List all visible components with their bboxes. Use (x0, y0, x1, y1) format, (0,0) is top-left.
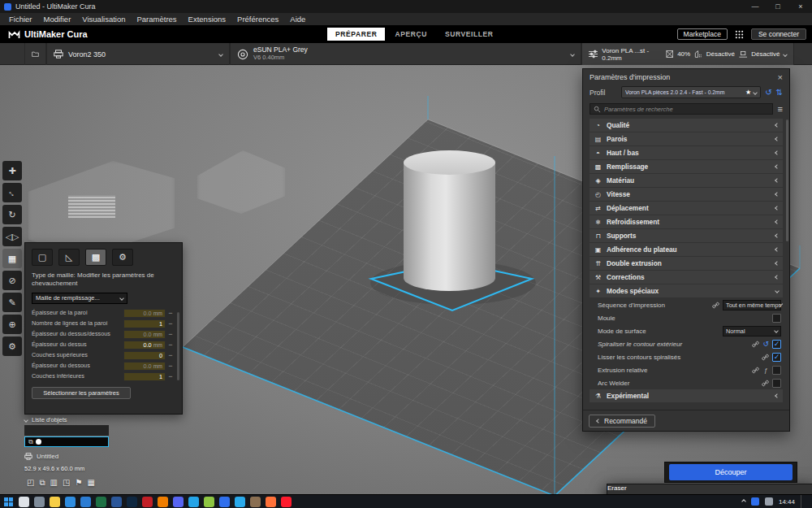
dont-support-overlaps-mesh-button[interactable]: ⚙ (112, 249, 133, 266)
settings-category-vitesse[interactable]: ◴Vitesse (590, 188, 783, 201)
print-settings-summary[interactable]: Voron PLA ...st - 0.2mm 40% Désactivé Dé… (581, 43, 794, 65)
settings-search-input[interactable]: Paramètres de recherche (590, 103, 773, 115)
mesh-tools[interactable]: ⚙ (2, 336, 22, 356)
menu-aide[interactable]: Aide (284, 15, 311, 24)
active-printer-row[interactable]: Untitled (24, 453, 109, 460)
mesh-type-dropdown[interactable]: Maille de remplissage... (32, 293, 127, 304)
settings-category-deplacement[interactable]: ⇄Déplacement (590, 202, 783, 215)
settings-category-adherence-du-plateau[interactable]: ▣Adhérence du plateau (590, 243, 783, 256)
remove-setting-icon[interactable]: − (166, 351, 175, 359)
print-as-support-mesh-button[interactable]: ◺ (58, 249, 80, 266)
search-icon[interactable] (19, 497, 29, 507)
flag-shape-icon[interactable]: ⚑ (76, 478, 83, 488)
menu-fichier[interactable]: Fichier (3, 15, 38, 24)
box-shape-icon[interactable]: ◳ (63, 478, 70, 488)
slice-button[interactable]: Découper (669, 464, 793, 480)
pm-setting-value-field[interactable]: 0 (123, 351, 166, 360)
move-tool[interactable]: ✚ (2, 161, 22, 180)
measure-tool[interactable]: ✎ (2, 293, 22, 312)
remove-setting-icon[interactable]: − (166, 341, 175, 349)
word-icon[interactable] (111, 497, 122, 507)
object-item-cylinder[interactable]: Cylinder (24, 425, 109, 436)
support-blocker-tool[interactable]: ⊘ (2, 271, 22, 290)
discard-changes-icon[interactable]: ↺ (765, 88, 771, 97)
cylinder-model[interactable] (404, 163, 495, 291)
show-desktop-button[interactable] (801, 495, 802, 508)
object-list-header[interactable]: Liste d'objets (24, 415, 109, 424)
copy-shape-icon[interactable]: ⧉ (39, 478, 45, 488)
close-button[interactable]: × (789, 0, 812, 13)
scale-tool[interactable]: ↔ (2, 183, 22, 202)
settings-category-refroidissement[interactable]: ❄Refroidissement (590, 215, 783, 228)
settings-category-haut-bas[interactable]: ◓Haut / bas (590, 146, 783, 159)
outlook-icon[interactable] (80, 497, 91, 507)
remove-setting-icon[interactable]: − (166, 309, 175, 317)
marketplace-button[interactable]: Marketplace (677, 28, 728, 40)
grid-shape-icon[interactable]: ▦ (87, 478, 94, 488)
normal-model-mesh-button[interactable]: ▢ (32, 249, 53, 266)
settings-menu-icon[interactable]: ≡ (778, 104, 783, 114)
vlc-icon[interactable] (158, 497, 168, 507)
photoshop-icon[interactable] (127, 497, 137, 507)
menu-extensions[interactable]: Extensions (183, 15, 231, 24)
remove-setting-icon[interactable]: − (166, 362, 175, 370)
pm-setting-value-field[interactable]: 0.0mm (123, 341, 166, 350)
profile-dropdown[interactable]: Voron PLA pièces 2.0 2.4 - Fast - 0.2mm … (621, 86, 761, 98)
opera-icon[interactable] (281, 497, 292, 507)
favorite-star-icon[interactable]: ★ (745, 89, 751, 96)
remove-setting-icon[interactable]: − (166, 372, 175, 380)
tab-surveiller[interactable]: SURVEILLER (437, 28, 502, 41)
material-selector[interactable]: eSUN PLA+ Grey V6 0.40mm (230, 43, 581, 65)
rotate-tool[interactable]: ↻ (2, 205, 22, 224)
object-item-eraser[interactable]: Eraser⧉ (24, 436, 109, 447)
compare-profile-icon[interactable]: ⇅ (776, 88, 783, 97)
gimp-icon[interactable] (250, 497, 261, 507)
modify-overlaps-mesh-button[interactable]: ▩ (85, 249, 106, 266)
setting-checkbox[interactable] (772, 314, 781, 323)
file-explorer-icon[interactable] (50, 497, 60, 507)
settings-category-supports[interactable]: ⊓Supports (590, 229, 783, 242)
hidden-icons-chevron[interactable] (741, 499, 746, 504)
vscode-icon[interactable] (188, 497, 199, 507)
minimize-button[interactable]: — (744, 0, 767, 13)
remove-setting-icon[interactable]: − (166, 319, 175, 328)
remove-setting-icon[interactable]: − (166, 330, 175, 338)
scrollbar[interactable] (177, 312, 179, 380)
task-view-icon[interactable] (34, 497, 45, 507)
setting-dropdown[interactable]: Tout en même temps (723, 300, 781, 310)
maximize-button[interactable]: □ (767, 0, 789, 13)
pm-setting-value-field[interactable]: 1 (123, 372, 166, 381)
setting-checkbox[interactable] (772, 366, 781, 375)
settings-category-experimental[interactable]: ⚗Expérimental (590, 389, 783, 402)
pm-setting-value-field[interactable]: 0.0mm (123, 309, 166, 318)
settings-category-modes-speciaux[interactable]: ✦Modes spéciaux (590, 284, 783, 297)
tab-preparer[interactable]: PRÉPARER (327, 28, 385, 41)
settings-category-remplissage[interactable]: ▩Remplissage (590, 160, 783, 173)
language-indicator-icon[interactable] (751, 497, 759, 506)
menu-modifier[interactable]: Modifier (38, 15, 77, 24)
setting-dropdown[interactable]: Normal (723, 326, 781, 336)
start-button[interactable] (4, 497, 13, 506)
revert-icon[interactable]: ↺ (762, 340, 769, 348)
discord-icon[interactable] (173, 497, 184, 507)
acrobat-icon[interactable] (142, 497, 153, 507)
setting-checkbox[interactable] (772, 340, 781, 349)
setting-checkbox[interactable] (772, 379, 781, 388)
pm-setting-value-field[interactable]: 1 (123, 319, 166, 328)
select-settings-button[interactable]: Sélectionner les paramètres (32, 387, 131, 399)
printer-selector[interactable]: Voron2 350 (46, 43, 230, 65)
firefox-icon[interactable] (266, 497, 276, 507)
settings-category-double-extrusion[interactable]: ⇈Double extrusion (590, 257, 783, 270)
close-panel-icon[interactable]: × (778, 72, 783, 82)
volume-icon[interactable] (765, 497, 773, 506)
cylinder-shape-icon[interactable]: ▥ (50, 478, 58, 488)
recommended-mode-button[interactable]: Recommandé (589, 415, 655, 428)
cube-shape-icon[interactable]: ◰ (27, 478, 34, 488)
pm-setting-value-field[interactable]: 0.0mm (123, 330, 166, 339)
mirror-tool[interactable]: ◁▷ (2, 227, 22, 246)
settings-category-qualite[interactable]: ◔Qualité (590, 119, 783, 132)
settings-category-materiau[interactable]: ◈Matériau (590, 174, 783, 187)
setting-checkbox[interactable] (772, 353, 781, 362)
clock[interactable]: 14:44 (779, 498, 795, 506)
per-model-settings-tool[interactable]: ▦ (2, 249, 22, 268)
